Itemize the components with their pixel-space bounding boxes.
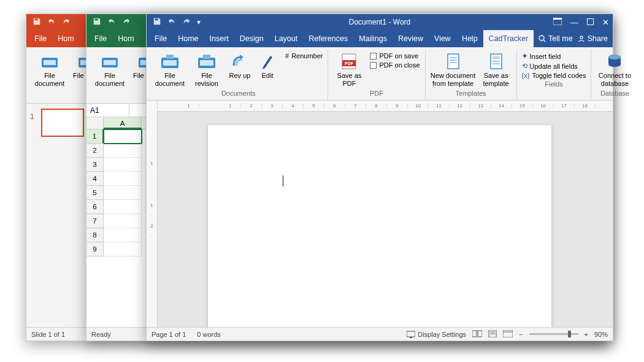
- label: Insert field: [530, 53, 561, 60]
- tab-view[interactable]: View: [429, 30, 456, 47]
- page-status[interactable]: Page 1 of 1: [151, 331, 186, 338]
- zoom-out-button[interactable]: −: [519, 331, 523, 338]
- label: Update all fields: [530, 63, 578, 70]
- insert-field-button[interactable]: ✦Insert field: [522, 52, 586, 60]
- save-icon[interactable]: [93, 17, 101, 28]
- tab-home[interactable]: Hom: [112, 30, 139, 47]
- group-label: Templates: [455, 90, 486, 99]
- horizontal-ruler[interactable]: 1123456789101112131415161718: [158, 101, 613, 112]
- tab-help[interactable]: Help: [456, 30, 483, 47]
- group-label: Database: [600, 90, 629, 99]
- row-header[interactable]: 3: [86, 158, 104, 172]
- label: Save as template: [481, 72, 512, 87]
- tab-home[interactable]: Home: [172, 30, 204, 47]
- save-as-template-button[interactable]: Save as template: [481, 51, 512, 88]
- renumber-button[interactable]: # Renumber: [285, 52, 323, 60]
- group-templates: New document from template Save as templ…: [426, 50, 517, 100]
- read-mode-icon[interactable]: [472, 330, 482, 339]
- svg-rect-26: [448, 54, 459, 69]
- cell[interactable]: [104, 228, 142, 242]
- save-as-pdf-button[interactable]: PDF Save as PDF: [333, 51, 365, 88]
- print-layout-icon[interactable]: [488, 330, 497, 339]
- row-header[interactable]: 9: [86, 242, 104, 256]
- new-document-from-template-button[interactable]: New document from template: [431, 51, 476, 88]
- group-pdf: PDF Save as PDF PDF on save PDF on close…: [328, 50, 425, 100]
- rev-up-button[interactable]: Rev up: [228, 51, 252, 81]
- zoom-slider[interactable]: [529, 333, 578, 335]
- close-button[interactable]: ✕: [602, 18, 609, 27]
- connect-to-database-button[interactable]: Connect to database: [596, 51, 633, 88]
- row-header[interactable]: 1: [86, 129, 104, 144]
- tab-mailings[interactable]: Mailings: [353, 30, 393, 47]
- col-header-A[interactable]: A: [104, 117, 142, 129]
- slide-number: 1: [30, 112, 34, 121]
- word-count[interactable]: 0 words: [197, 331, 221, 338]
- cell[interactable]: [104, 242, 142, 256]
- web-layout-icon[interactable]: [503, 330, 513, 339]
- row-header[interactable]: 5: [86, 186, 104, 200]
- file-document-button[interactable]: File document: [34, 51, 66, 88]
- cell[interactable]: [104, 158, 142, 172]
- zoom-level[interactable]: 90%: [594, 331, 608, 338]
- file-document-button[interactable]: File document: [154, 51, 186, 88]
- svg-rect-38: [472, 331, 477, 337]
- redo-icon[interactable]: [122, 17, 131, 28]
- label: Toggle field codes: [532, 72, 586, 79]
- tell-me[interactable]: Tell me: [539, 34, 573, 43]
- group-documents: File document File revision Rev up Edit …: [149, 50, 328, 100]
- tab-file[interactable]: File: [149, 30, 172, 47]
- row-header[interactable]: 2: [86, 144, 104, 158]
- slide-thumbnail[interactable]: [41, 109, 84, 137]
- tab-file[interactable]: File: [29, 30, 52, 47]
- file-revision-button[interactable]: File revision: [191, 51, 223, 88]
- tab-layout[interactable]: Layout: [269, 30, 304, 47]
- tab-references[interactable]: References: [303, 30, 353, 47]
- tab-home[interactable]: Hom: [52, 30, 79, 47]
- tab-review[interactable]: Review: [393, 30, 429, 47]
- minimize-button[interactable]: —: [570, 18, 578, 27]
- tab-design[interactable]: Design: [234, 30, 269, 47]
- vertical-ruler[interactable]: 112: [147, 112, 158, 327]
- save-icon[interactable]: [33, 17, 41, 28]
- zoom-in-button[interactable]: +: [585, 331, 588, 338]
- row-header[interactable]: 6: [86, 200, 104, 214]
- label: File document: [34, 72, 66, 87]
- undo-icon[interactable]: [167, 17, 176, 28]
- display-settings-button[interactable]: Display Settings: [407, 331, 466, 338]
- tab-insert[interactable]: Insert: [204, 30, 234, 47]
- cell[interactable]: [104, 214, 142, 228]
- svg-rect-13: [588, 18, 594, 25]
- tab-file[interactable]: File: [89, 30, 112, 47]
- redo-icon[interactable]: [62, 17, 71, 28]
- cell[interactable]: [104, 144, 142, 158]
- document-area[interactable]: 1123456789101112131415161718 112: [147, 101, 613, 327]
- svg-rect-19: [166, 55, 174, 59]
- svg-rect-18: [163, 60, 177, 66]
- undo-icon[interactable]: [47, 17, 56, 28]
- cell[interactable]: [104, 186, 142, 200]
- ribbon-display-icon[interactable]: [553, 18, 562, 27]
- maximize-button[interactable]: [587, 18, 594, 27]
- name-box[interactable]: [86, 104, 129, 117]
- row-header[interactable]: 7: [86, 214, 104, 228]
- cell[interactable]: [104, 129, 142, 144]
- title-bar: ▾ Document1 - Word — ✕: [147, 14, 613, 30]
- cell[interactable]: [104, 200, 142, 214]
- page-canvas[interactable]: [208, 125, 551, 327]
- tab-cadtracker[interactable]: CadTracker: [483, 30, 534, 47]
- share-button[interactable]: Share: [578, 34, 608, 43]
- redo-icon[interactable]: [182, 17, 191, 28]
- pdf-on-close-checkbox[interactable]: PDF on close: [370, 61, 420, 69]
- undo-icon[interactable]: [107, 17, 116, 28]
- customize-qat-icon[interactable]: ▾: [197, 18, 201, 26]
- save-icon[interactable]: [153, 17, 161, 28]
- row-header[interactable]: 4: [86, 172, 104, 186]
- edit-button[interactable]: Edit: [257, 51, 278, 81]
- update-all-fields-button[interactable]: ⟲Update all fields: [522, 62, 586, 70]
- ribbon-cadtracker: File document File revision Rev up Edit …: [147, 47, 613, 101]
- cell[interactable]: [104, 172, 142, 186]
- row-header[interactable]: 8: [86, 228, 104, 242]
- pdf-on-save-checkbox[interactable]: PDF on save: [370, 52, 420, 60]
- toggle-field-codes-button[interactable]: {x}Toggle field codes: [522, 72, 586, 79]
- file-document-button[interactable]: File document: [94, 51, 126, 88]
